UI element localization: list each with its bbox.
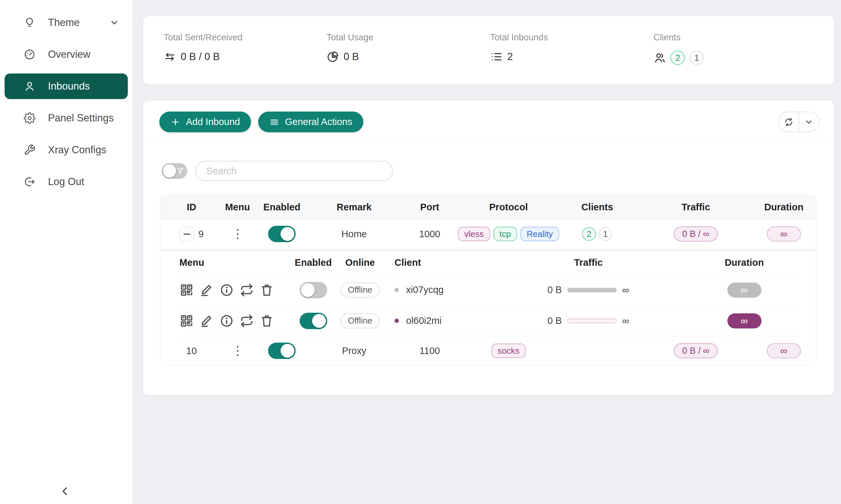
client-status-dot [395,319,399,323]
traffic-limit: ∞ [622,285,629,295]
toggle-knob [163,164,176,178]
sidebar-item-inbounds[interactable]: Inbounds [5,73,128,99]
stat-clients: Clients 2 1 [653,33,704,65]
filter-toggle[interactable] [161,163,187,179]
edit-pencil-icon[interactable] [200,314,214,328]
people-icon [653,52,666,64]
sidebar-item-overview[interactable]: Overview [5,42,128,67]
person-icon [24,80,35,92]
inbound-remark: Proxy [342,345,366,356]
inbound-port: 1000 [419,229,441,239]
sidebar-item-label: Panel Settings [48,112,114,124]
traffic-badge: 0 B / ∞ [674,227,718,241]
stat-value: 0 B [344,51,359,63]
protocol-tag: vless [458,227,490,241]
reset-traffic-icon[interactable] [240,283,254,297]
stat-total-sent-received: Total Sent/Received 0 B / 0 B [164,33,242,63]
client-enabled-toggle[interactable] [299,282,327,298]
client-status-dot [395,288,399,292]
sidebar-item-panel-settings[interactable]: Panel Settings [5,105,128,131]
expanded-clients-section: Menu Enabled Online Client Traffic Durat… [160,251,816,336]
subcol-header-online: Online [332,257,388,268]
row-menu-kebab-icon[interactable] [235,344,240,358]
col-header-traffic: Traffic [640,202,752,213]
protocol-tag: Reality [520,227,559,241]
chevron-down-icon [804,118,813,127]
subcol-header-client: Client [388,257,486,268]
minus-icon [184,234,190,235]
refresh-options-button[interactable] [799,112,819,131]
sidebar-item-label: Overview [48,49,90,60]
sidebar-collapse-button[interactable] [58,484,73,499]
sidebar-item-xray-configs[interactable]: Xray Configs [5,137,128,163]
inbound-enabled-toggle[interactable] [268,226,296,242]
refresh-icon [784,117,794,127]
table-row-inbound-9: 9 Home 1000 vless tcp Reality 2 1 0 B / … [160,219,816,248]
stat-value: 2 [507,51,513,63]
plus-icon [171,117,181,127]
online-status-badge: Offline [340,283,380,298]
sidebar-nav: Theme Overview Inbounds [0,0,132,195]
toolbar: Add Inbound General Actions [143,101,834,144]
search-row [143,144,834,181]
gauge-icon [24,49,35,60]
inbound-enabled-toggle[interactable] [268,343,296,359]
col-header-menu: Menu [223,202,252,213]
sidebar-item-theme[interactable]: Theme [5,10,128,35]
chevron-down-icon [109,18,119,28]
general-actions-button[interactable]: General Actions [258,111,363,132]
info-icon[interactable] [220,314,234,328]
stats-card: Total Sent/Received 0 B / 0 B Total Usag… [143,16,834,84]
hamburger-icon [269,117,279,127]
edit-pencil-icon[interactable] [200,283,214,297]
inbounds-table: ID Menu Enabled Remark Port Protocol Cli… [160,195,817,365]
pie-chart-icon [327,51,339,63]
client-name: xi07ycqg [406,285,444,295]
table-row-inbound-10: 10 Proxy 1100 socks 0 B / ∞ ∞ [160,336,816,365]
online-status-badge: Offline [340,313,380,328]
subcol-header-duration: Duration [690,257,798,268]
client-traffic-used: 0 B [548,315,562,326]
info-icon[interactable] [220,283,234,297]
protocol-tag: socks [492,344,526,358]
stat-total-inbounds: Total Inbounds 2 [490,33,548,63]
table-header-row: ID Menu Enabled Remark Port Protocol Cli… [160,195,816,219]
trash-icon[interactable] [259,283,274,297]
protocol-tag: tcp [494,227,517,241]
stat-label: Total Sent/Received [164,33,242,43]
client-row-xi07ycqg: Offline xi07ycqg 0 B ∞ ∞ [179,275,798,305]
trash-icon[interactable] [259,314,274,328]
inbound-id: 9 [199,229,204,239]
client-enabled-toggle[interactable] [299,313,327,329]
col-header-enabled: Enabled [252,202,311,213]
subcol-header-traffic: Traffic [486,257,690,268]
clients-deactivated-badge: 1 [599,227,612,241]
sidebar-item-label: Inbounds [48,80,90,92]
refresh-button[interactable] [779,112,799,131]
clients-deactivated-badge: 1 [689,51,704,65]
reset-traffic-icon[interactable] [240,314,254,328]
add-inbound-button[interactable]: Add Inbound [159,111,251,132]
logout-icon [24,176,35,188]
qr-code-icon[interactable] [179,283,194,297]
duration-badge: ∞ [767,343,801,358]
sidebar-item-label: Log Out [48,176,84,188]
sidebar-item-log-out[interactable]: Log Out [5,169,128,195]
client-traffic-used: 0 B [548,285,562,295]
qr-code-icon[interactable] [179,314,194,328]
wrench-icon [24,144,35,156]
sidebar-item-label: Theme [48,17,80,29]
inbound-port: 1100 [419,345,440,356]
stat-value: 0 B / 0 B [181,51,220,63]
traffic-badge: 0 B / ∞ [674,343,718,358]
general-actions-label: General Actions [285,116,352,127]
col-header-duration: Duration [752,202,816,213]
collapse-row-button[interactable] [179,227,194,241]
col-header-clients: Clients [554,202,640,213]
chevron-left-icon [58,485,73,498]
inbound-remark: Home [341,229,367,239]
traffic-progress-bar [567,319,617,323]
row-menu-kebab-icon[interactable] [235,227,240,241]
client-duration-badge: ∞ [727,283,761,298]
search-input[interactable] [195,161,393,181]
